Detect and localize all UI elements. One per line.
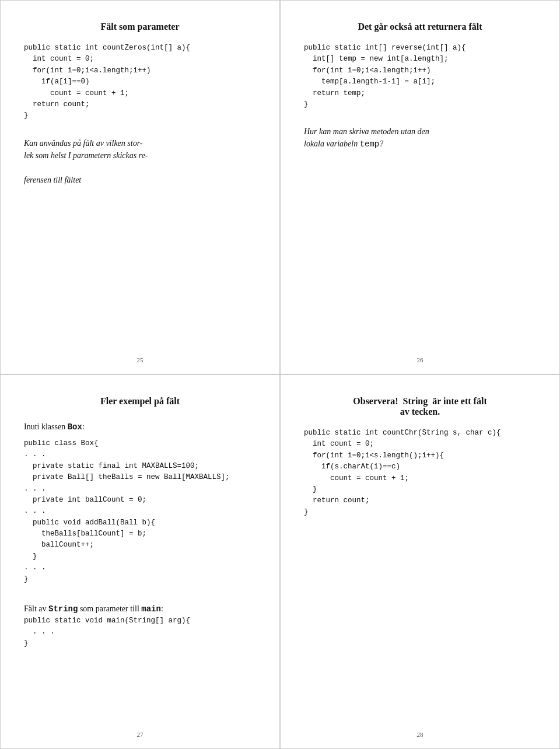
slide-28-string-mono: String xyxy=(403,396,428,406)
slide-28-inte: inte xyxy=(443,396,459,406)
slide-27-string-mono: String xyxy=(48,604,78,614)
slide-27: Fler exempel på fält Inuti klassen Box: … xyxy=(0,374,280,749)
slide-28-number: 28 xyxy=(417,731,424,738)
slide-25-italic: Kan användas på fält av vilken stor- lek… xyxy=(24,137,256,186)
slide-25-code: public static int countZeros(int[] a){ i… xyxy=(24,43,256,122)
slide-28-title: Observera! String är inte ett fält av te… xyxy=(304,396,536,417)
slide-26: Det går också att returnera fält public … xyxy=(280,0,560,374)
slide-26-code: public static int[] reverse(int[] a){ in… xyxy=(304,43,536,110)
page-grid: Fält som parameter public static int cou… xyxy=(0,0,560,749)
slide-25-number: 25 xyxy=(137,356,144,363)
slide-27-box-mono: Box xyxy=(68,422,82,432)
slide-28: Observera! String är inte ett fält av te… xyxy=(280,374,560,749)
slide-27-code: public class Box{ . . . private static f… xyxy=(24,438,256,585)
slide-27-main-mono: main xyxy=(141,604,161,614)
slide-26-mono-temp: temp xyxy=(360,139,380,149)
slide-26-italic: Hur kan man skriva metoden utan den loka… xyxy=(304,125,536,150)
slide-27-footer-code: public static void main(String[] arg){ .… xyxy=(24,615,256,649)
slide-27-number: 27 xyxy=(137,731,144,738)
slide-27-title: Fler exempel på fält xyxy=(24,396,256,407)
slide-27-inuti: Inuti klassen Box: xyxy=(24,421,256,433)
slide-28-code: public static int countChr(String s, cha… xyxy=(304,428,536,518)
slide-26-number: 26 xyxy=(417,356,424,363)
slide-25-title: Fält som parameter xyxy=(24,22,256,32)
slide-25: Fält som parameter public static int cou… xyxy=(0,0,280,374)
slide-27-footer-text: Fält av String som parameter till main: xyxy=(24,603,256,615)
slide-28-observera: Observera! xyxy=(353,396,398,406)
slide-26-title: Det går också att returnera fält xyxy=(304,22,536,32)
